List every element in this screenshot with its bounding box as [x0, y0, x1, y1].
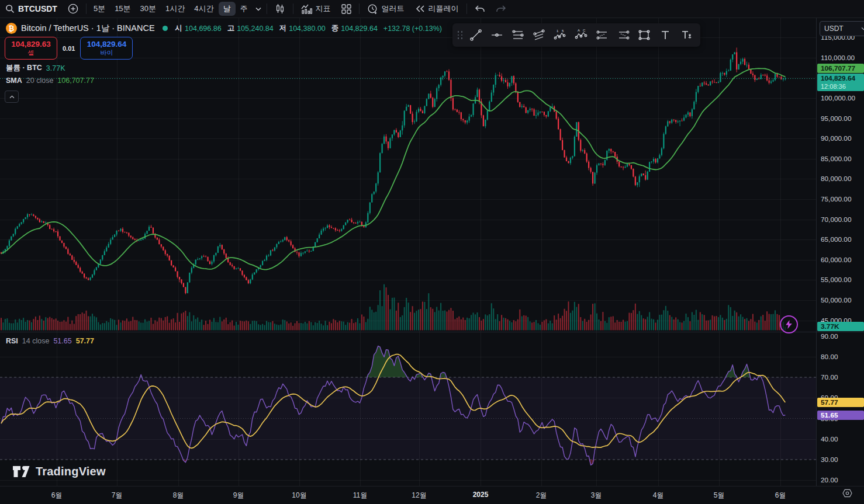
redo-button[interactable] — [490, 1, 512, 16]
timeframe-dropdown[interactable] — [253, 1, 264, 16]
time-axis-settings-icon[interactable] — [842, 488, 852, 500]
rectangle-tool-button[interactable] — [634, 26, 655, 44]
candlestick-icon — [275, 4, 285, 14]
volume-legend[interactable]: 볼륨 · BTC 3.77K — [6, 63, 65, 73]
parallel-channel-icon — [533, 29, 545, 41]
timeframe-button[interactable]: 4시간 — [189, 2, 218, 16]
time-axis-tick: 9월 — [226, 491, 251, 500]
xabcd-pattern-icon: AC — [575, 29, 587, 41]
replay-label: 리플레이 — [428, 4, 459, 14]
rsi-axis-tick: 30.00 — [821, 456, 838, 464]
timeframe-button[interactable]: 주 — [236, 2, 253, 16]
currency-label: USDT — [824, 25, 844, 33]
svg-text:C: C — [583, 29, 586, 32]
rsi-value: 51.65 — [53, 337, 71, 345]
trend-line-tool-button[interactable] — [465, 26, 486, 44]
drawing-toolbar: 15AC — [452, 23, 700, 47]
text-tool-button[interactable] — [655, 26, 676, 44]
alert-clock-icon — [367, 4, 378, 15]
instant-order-button[interactable] — [780, 315, 798, 333]
buy-button[interactable]: 104,829.64 바이 — [80, 37, 133, 60]
time-axis[interactable]: 6월7월8월9월10월11월12월20252월3월4월5월6월 — [0, 486, 864, 504]
symbol-title: Bitcoin / TetherUS · 1날 · BINANCE — [21, 23, 155, 34]
price-axis-tick: 110,000.00 — [821, 54, 855, 62]
svg-text:1: 1 — [557, 29, 559, 33]
bar-countdown: 12:08:36 — [821, 83, 860, 91]
toolbar-divider — [267, 4, 267, 14]
timeframe-button[interactable]: 30분 — [136, 2, 161, 16]
drawing-tools: 15AC — [465, 26, 697, 44]
rsi-ma-value: 57.77 — [76, 337, 94, 345]
timeframe-button[interactable]: 5분 — [89, 2, 110, 16]
market-status-dot[interactable] — [163, 26, 168, 31]
timeframe-button[interactable]: 날 — [219, 2, 236, 16]
symbol-header[interactable]: ₿ Bitcoin / TetherUS · 1날 · BINANCE 시104… — [6, 23, 442, 34]
change-value: +132.78 (+0.13%) — [383, 25, 442, 33]
sma-axis-label: 106,707.77 — [817, 64, 864, 73]
tradingview-chart-window: { "topbar": { "symbol": "BTCUSDT", "time… — [0, 0, 864, 504]
anchored-text-tool-button[interactable] — [676, 26, 697, 44]
volume-value: 3.77K — [46, 64, 65, 72]
symbol-name: BTCUSDT — [18, 4, 57, 13]
time-axis-tick: 6월 — [44, 491, 70, 500]
elliott-wave-tool-button[interactable]: 15 — [549, 26, 571, 44]
time-axis-tick: 6월 — [768, 491, 793, 500]
rsi-params: 14 close — [22, 337, 50, 345]
chart-style-button[interactable] — [269, 1, 291, 16]
rsi-axis-tick: 40.00 — [821, 435, 838, 443]
chevron-up-icon — [9, 93, 15, 100]
ohlc-values: 시104,696.86 고105,240.84 저104,380.00 종104… — [175, 23, 442, 33]
sma-legend[interactable]: SMA 20 close 106,707.77 — [6, 77, 94, 85]
sma-title: SMA — [6, 77, 22, 85]
fib-retracement-tool-button[interactable] — [507, 26, 528, 44]
sell-button[interactable]: 104,829.63 셀 — [5, 37, 57, 60]
indicators-button[interactable]: 지표 — [296, 1, 336, 16]
short-position-tool-button[interactable] — [613, 26, 634, 44]
open-value: 104,696.86 — [185, 25, 222, 33]
replay-button[interactable]: 리플레이 — [410, 1, 464, 16]
xabcd-pattern-tool-button[interactable]: AC — [571, 26, 592, 44]
timeframe-group: 5분15분30분1시간4시간날주 — [89, 2, 253, 16]
timeframe-button[interactable]: 15분 — [110, 2, 135, 16]
high-label: 고 — [227, 23, 235, 33]
alert-button[interactable]: 얼러트 — [362, 1, 410, 16]
tradingview-logo-text: TradingView — [36, 465, 106, 478]
layout-button[interactable] — [336, 1, 357, 16]
sell-label: 셀 — [28, 49, 34, 57]
high-value: 105,240.84 — [237, 25, 274, 33]
compare-add-button[interactable] — [63, 1, 84, 16]
chevron-down-icon — [255, 7, 261, 11]
time-axis-tick: 11월 — [347, 491, 373, 500]
short-position-icon — [617, 29, 630, 41]
text-icon — [659, 29, 672, 41]
long-position-tool-button[interactable] — [592, 26, 613, 44]
toolbar-divider — [466, 4, 467, 14]
chart-canvas[interactable] — [0, 0, 864, 504]
lightning-icon — [785, 320, 793, 329]
rsi-legend[interactable]: RSI 14 close 51.65 57.77 — [6, 337, 94, 345]
toolbar-drag-handle[interactable] — [456, 28, 464, 42]
price-axis-tick: 95,000.00 — [821, 114, 851, 123]
time-axis-tick: 2025 — [468, 491, 493, 499]
price-axis-tick: 75,000.00 — [821, 195, 851, 203]
top-toolbar: BTCUSDT 5분15분30분1시간4시간날주 지표 얼러트 — [0, 0, 864, 18]
time-axis-tick: 10월 — [286, 491, 312, 500]
time-axis-tick: 7월 — [104, 491, 130, 500]
parallel-channel-tool-button[interactable] — [528, 26, 549, 44]
collapse-legend-button[interactable] — [5, 91, 19, 103]
low-label: 저 — [279, 23, 287, 33]
symbol-search-button[interactable]: BTCUSDT — [0, 1, 63, 16]
rectangle-icon — [638, 29, 651, 41]
currency-selector[interactable]: USDT — [820, 21, 864, 36]
undo-button[interactable] — [469, 1, 490, 16]
time-axis-tick: 12월 — [406, 491, 432, 500]
horizontal-line-tool-button[interactable] — [486, 26, 507, 44]
price-axis-tick: 80,000.00 — [821, 175, 851, 183]
rsi-axis-tick: 90.00 — [821, 332, 838, 340]
tradingview-logo[interactable]: TradingView — [13, 465, 106, 478]
price-axis-tick: 85,000.00 — [821, 155, 851, 163]
buy-price: 104,829.64 — [87, 40, 127, 49]
price-axis-tick: 70,000.00 — [821, 215, 851, 224]
timeframe-button[interactable]: 1시간 — [161, 2, 189, 16]
low-value: 104,380.00 — [289, 25, 326, 33]
